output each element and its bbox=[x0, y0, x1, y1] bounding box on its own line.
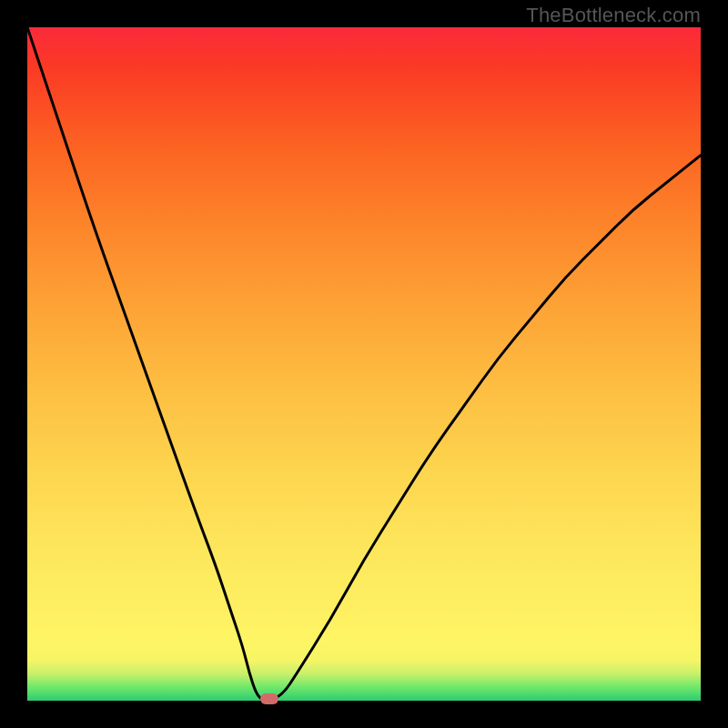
chart-frame: TheBottleneck.com bbox=[0, 0, 728, 728]
plot-area bbox=[27, 27, 701, 701]
optimal-point-marker bbox=[260, 693, 278, 704]
watermark-text: TheBottleneck.com bbox=[526, 4, 701, 27]
bottleneck-curve bbox=[27, 27, 701, 701]
